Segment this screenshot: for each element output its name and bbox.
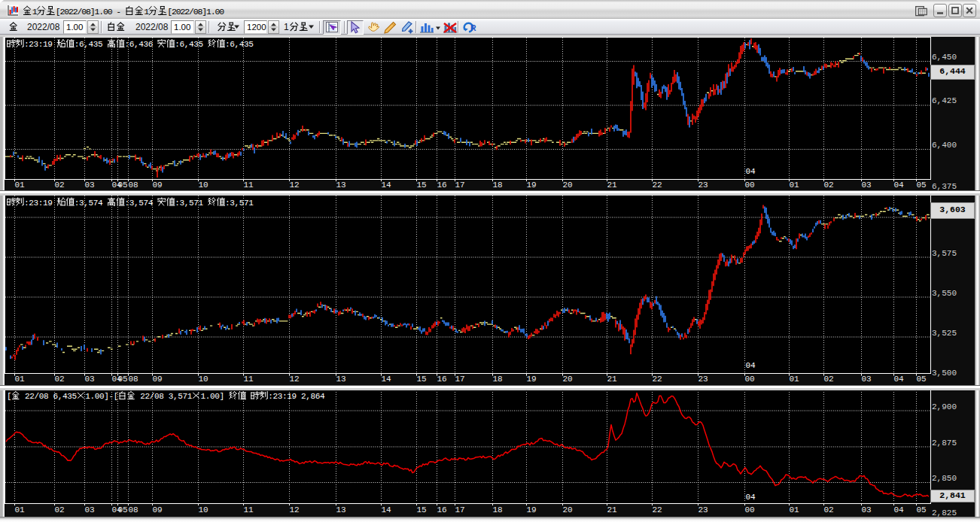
- svg-text:22/08 3,571: 22/08 3,571: [135, 392, 193, 401]
- svg-text:23: 23: [698, 505, 708, 514]
- svg-text:22: 22: [652, 505, 662, 514]
- svg-text:14: 14: [381, 505, 391, 514]
- svg-text:08: 08: [128, 505, 138, 514]
- svg-text:05: 05: [916, 505, 926, 514]
- svg-text:13: 13: [336, 505, 345, 514]
- svg-text:02: 02: [823, 505, 833, 514]
- svg-text:[: [: [7, 392, 11, 401]
- svg-text:09: 09: [152, 505, 162, 514]
- svg-text:2,825: 2,825: [932, 508, 957, 517]
- svg-text:2,875: 2,875: [932, 439, 957, 448]
- svg-text:18: 18: [492, 505, 502, 514]
- svg-text:20: 20: [562, 505, 572, 514]
- svg-text:11: 11: [243, 505, 254, 514]
- svg-text:04: 04: [893, 505, 904, 514]
- svg-text:04: 04: [746, 493, 756, 502]
- svg-text:16: 16: [437, 505, 446, 514]
- svg-text:19: 19: [526, 505, 536, 514]
- svg-text:2,900: 2,900: [932, 402, 957, 411]
- svg-text:1.00]-[: 1.00]-[: [85, 392, 118, 401]
- svg-text:2,850: 2,850: [932, 474, 957, 483]
- svg-text:1.00]: 1.00]: [201, 392, 230, 401]
- svg-text:05: 05: [117, 505, 127, 514]
- svg-text:02: 02: [54, 505, 64, 514]
- svg-text:01: 01: [789, 505, 799, 514]
- svg-text::23:19 2,864: :23:19 2,864: [268, 392, 325, 401]
- svg-text:03: 03: [861, 505, 871, 514]
- svg-text:00: 00: [744, 505, 754, 514]
- svg-text:12: 12: [289, 505, 299, 514]
- svg-text:17: 17: [455, 505, 464, 514]
- svg-text:15: 15: [416, 505, 426, 514]
- svg-text:01: 01: [14, 505, 25, 514]
- svg-text:22/08 6,435: 22/08 6,435: [20, 392, 77, 401]
- svg-text:10: 10: [198, 505, 208, 514]
- svg-text:21: 21: [607, 505, 617, 514]
- svg-text:03: 03: [84, 505, 94, 514]
